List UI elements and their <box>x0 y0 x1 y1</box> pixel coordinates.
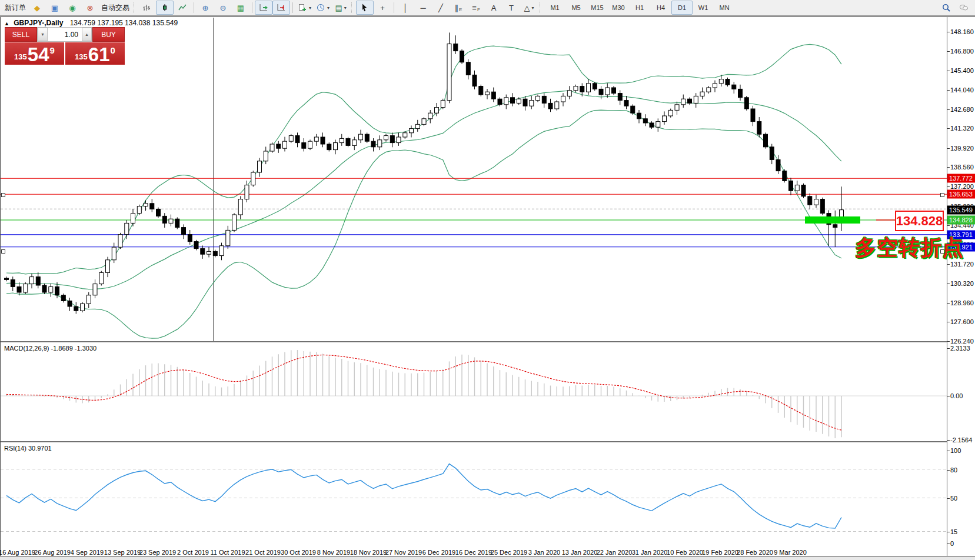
chart-shift-icon[interactable] <box>272 1 290 15</box>
timeframe-m30[interactable]: M30 <box>608 1 629 15</box>
chinese-annotation[interactable]: 多空转折点 <box>855 234 964 262</box>
timeframe-w1[interactable]: W1 <box>693 1 714 15</box>
axis-tick <box>947 186 950 187</box>
add-indicator-icon <box>298 3 307 12</box>
line-handle-right[interactable] <box>940 249 944 254</box>
text-label-icon[interactable]: T <box>503 1 520 15</box>
shapes-icon: △ <box>524 4 530 12</box>
volume-down-button[interactable]: ▼ <box>38 28 48 41</box>
templates-icon-dropdown[interactable]: ▾ <box>344 5 347 11</box>
line-handle-left[interactable] <box>1 249 5 254</box>
axis-tick <box>947 51 950 52</box>
add-indicator-icon-dropdown[interactable]: ▾ <box>309 5 311 11</box>
toolbar-separator <box>394 2 394 13</box>
line-chart-icon[interactable] <box>174 1 191 15</box>
date-tick-9: 30 Oct 2019 <box>281 549 316 556</box>
shapes-icon-dropdown[interactable]: ▾ <box>532 5 534 11</box>
add-indicator-icon[interactable]: ▾ <box>295 1 314 15</box>
buy-button[interactable]: BUY <box>92 27 125 42</box>
collapse-panel-icon[interactable]: ▲ <box>4 21 9 26</box>
equidistant-channel-icon-sub: E <box>459 7 462 12</box>
fibonacci-icon[interactable]: ≡F <box>467 1 485 15</box>
bar-chart-icon[interactable] <box>138 1 156 15</box>
sell-button[interactable]: SELL <box>5 27 37 42</box>
volume-input[interactable]: 1.00 <box>48 28 82 41</box>
axis-tick <box>947 322 950 322</box>
chart-shift-icon <box>277 3 286 12</box>
timeframe-m1[interactable]: M1 <box>544 1 565 15</box>
trendline-icon[interactable]: ╱ <box>432 1 450 15</box>
periods-clock-icon-dropdown[interactable]: ▾ <box>327 5 330 11</box>
axis-tick <box>947 470 950 471</box>
cursor-icon <box>360 3 370 12</box>
price-tick-144.040: 144.040 <box>950 86 974 94</box>
rsi-axis-80: 80 <box>950 466 957 474</box>
price-axis[interactable]: 148.160146.800145.400144.040142.680141.3… <box>947 17 975 556</box>
timeframe-h4[interactable]: H4 <box>650 1 671 15</box>
cursor-icon[interactable] <box>356 1 374 15</box>
new-order-button[interactable]: 新订单 <box>2 1 28 15</box>
broadcast-icon: ◉ <box>69 4 75 12</box>
timeframe-m15[interactable]: M15 <box>587 1 608 15</box>
vertical-line-icon[interactable]: │ <box>397 1 414 15</box>
crosshair-icon[interactable]: + <box>374 1 391 15</box>
buy-price-prefix: 135 <box>75 52 88 61</box>
zoom-out-icon[interactable]: ⊖ <box>214 1 232 15</box>
crosshair-icon: + <box>380 4 385 12</box>
line-handle-left[interactable] <box>1 193 5 197</box>
candlestick-chart-icon[interactable] <box>156 1 174 15</box>
order-ticket-icon: ◆ <box>34 4 40 12</box>
ohlc-values: 134.759 137.195 134.038 135.549 <box>70 19 178 27</box>
axis-tick <box>947 225 950 226</box>
search-icon[interactable] <box>937 1 955 15</box>
chart-window-icon[interactable]: ▣ <box>46 1 64 15</box>
axis-tick <box>947 109 950 110</box>
volume-up-button[interactable]: ▲ <box>82 28 92 41</box>
macd-axis-max: 2.3133 <box>950 345 970 352</box>
timeframe-m5[interactable]: M5 <box>565 1 587 15</box>
equidistant-channel-icon[interactable]: ∥E <box>450 1 467 15</box>
chat-icon[interactable] <box>955 1 973 15</box>
sell-price-sup: 9 <box>50 45 55 55</box>
line-handle-right[interactable] <box>940 193 944 197</box>
order-ticket-icon[interactable]: ◆ <box>28 1 46 15</box>
green-highlight-bar[interactable] <box>805 216 860 224</box>
price-tick-138.560: 138.560 <box>950 164 974 171</box>
tile-windows-icon[interactable]: ▦ <box>232 1 249 15</box>
date-tick-3: 4 Sep 2019 <box>71 549 104 556</box>
sell-price-tile[interactable]: 135 54 9 <box>5 42 64 65</box>
buy-price-tile[interactable]: 135 61 0 <box>65 42 125 65</box>
price-chart-pane[interactable] <box>1 18 947 341</box>
auto-trading-icon: ⊗ <box>87 4 94 12</box>
auto-trading-icon[interactable]: ⊗ <box>81 1 99 15</box>
rsi-pane[interactable] <box>1 442 947 547</box>
auto-trading-button[interactable]: 自动交易 <box>99 1 132 15</box>
macd-label: MACD(12,26,9) -1.8689 -1.3030 <box>4 345 96 352</box>
timeframe-h1[interactable]: H1 <box>629 1 650 15</box>
date-axis[interactable]: 16 Aug 201926 Aug 20194 Sep 201913 Sep 2… <box>1 547 947 556</box>
axis-tick <box>947 303 950 304</box>
date-tick-1: 16 Aug 2019 <box>0 549 35 556</box>
zoom-in-icon: ⊕ <box>202 4 209 12</box>
rsi-label: RSI(14) 30.9701 <box>4 445 52 452</box>
price-badge-135.549: 135.549 <box>947 206 975 215</box>
axis-tick <box>947 532 950 532</box>
zoom-in-icon[interactable]: ⊕ <box>197 1 214 15</box>
shapes-icon[interactable]: △▾ <box>520 1 538 15</box>
chart-window[interactable]: 16 Aug 201926 Aug 20194 Sep 201913 Sep 2… <box>0 16 975 556</box>
axis-tick <box>947 148 950 149</box>
templates-icon[interactable]: ▤▾ <box>332 1 350 15</box>
macd-pane[interactable] <box>1 342 947 441</box>
timeframe-d1[interactable]: D1 <box>671 1 693 15</box>
timeframe-mn[interactable]: MN <box>714 1 735 15</box>
text-icon[interactable]: A <box>485 1 503 15</box>
toolbar-grip <box>351 2 354 13</box>
broadcast-icon[interactable]: ◉ <box>64 1 81 15</box>
date-tick-7: 11 Oct 2019 <box>210 549 245 556</box>
date-tick-20: 10 Feb 2020 <box>667 549 703 556</box>
horizontal-line-icon[interactable]: ─ <box>414 1 432 15</box>
price-badge-137.772: 137.772 <box>947 174 975 183</box>
periods-clock-icon[interactable]: ▾ <box>314 1 332 15</box>
price-callout-label[interactable]: 134.828 <box>895 211 944 231</box>
auto-scroll-icon[interactable] <box>255 1 272 15</box>
